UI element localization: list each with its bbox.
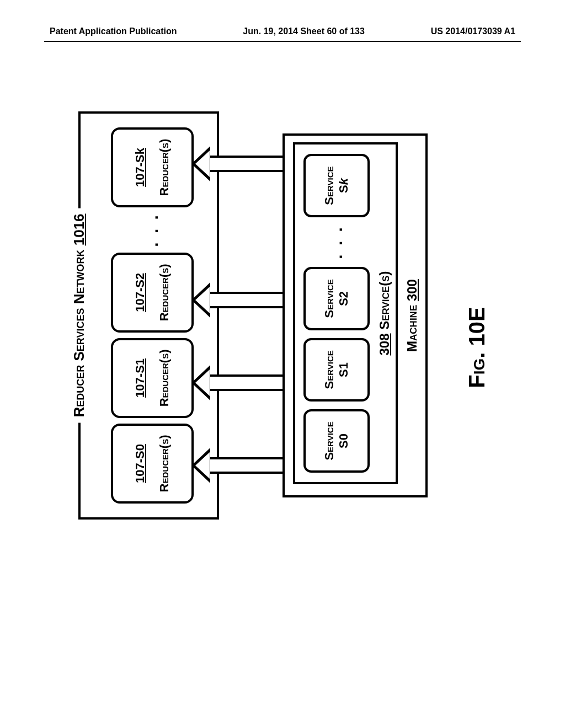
service-label-sk: Service <box>322 166 337 205</box>
arrow-s2 <box>208 292 294 308</box>
header-right: US 2014/0173039 A1 <box>431 26 515 36</box>
service-label-s0: Service <box>322 421 337 460</box>
header-rule <box>44 41 521 42</box>
services-label: 308 Service(s) <box>377 271 392 355</box>
service-id-s2: S2 <box>337 291 351 306</box>
service-label-s2: Service <box>322 279 337 318</box>
service-box-s0: Service S0 <box>303 409 370 473</box>
service-id-sk: Sk <box>337 178 351 193</box>
service-box-s1: Service S1 <box>303 338 370 402</box>
reducer-network-title: Reducer Services Network 1016 <box>71 208 88 422</box>
network-title-num: 1016 <box>71 213 87 245</box>
reducer-row: 107-S0 Reducer(s) 107-S1 Reducer(s) 107-… <box>111 114 194 517</box>
service-row: Service S0 Service S1 Service S2 . . . S… <box>303 144 370 482</box>
reducer-label-s0: Reducer(s) <box>157 435 172 493</box>
services-label-text: Service(s) <box>377 271 392 329</box>
reducer-label-s1: Reducer(s) <box>157 349 172 406</box>
page-header: Patent Application Publication Jun. 19, … <box>0 26 565 36</box>
service-id-s1: S1 <box>337 362 351 377</box>
services-box: Service S0 Service S1 Service S2 . . . S… <box>293 142 398 484</box>
reducer-box-s1: 107-S1 Reducer(s) <box>111 338 194 418</box>
reducer-label-s2: Reducer(s) <box>157 264 172 321</box>
reducer-box-sk: 107-Sk Reducer(s) <box>111 127 194 207</box>
service-box-s2: Service S2 <box>303 267 370 330</box>
service-ellipsis: . . . <box>327 225 346 259</box>
header-left: Patent Application Publication <box>50 26 177 36</box>
network-title-text: Reducer Services Network <box>71 250 87 417</box>
figure-label: Fig. 10E <box>465 307 489 388</box>
reducer-ref-sk: 107-Sk <box>133 148 147 187</box>
reducer-box-s2: 107-S2 Reducer(s) <box>111 253 194 333</box>
reducer-ellipsis: . . . <box>143 213 162 247</box>
machine-label: Machine 300 <box>404 279 420 352</box>
service-box-sk: Service Sk <box>303 154 370 217</box>
arrow-sk <box>208 156 294 172</box>
service-id-s0: S0 <box>337 433 351 448</box>
reducer-ref-s1: 107-S1 <box>133 358 147 398</box>
header-center: Jun. 19, 2014 Sheet 60 of 133 <box>243 26 365 36</box>
machine-label-num: 300 <box>404 279 419 301</box>
machine-label-text: Machine <box>404 305 419 352</box>
reducer-label-sk: Reducer(s) <box>157 139 172 196</box>
services-label-num: 308 <box>377 333 392 355</box>
reducer-box-s0: 107-S0 Reducer(s) <box>111 424 194 504</box>
reducer-ref-s0: 107-S0 <box>133 444 147 483</box>
service-label-s1: Service <box>322 350 337 389</box>
figure-diagram: Reducer Services Network 1016 107-S0 Red… <box>78 175 487 520</box>
reducer-ref-s2: 107-S2 <box>133 273 147 312</box>
arrow-s1 <box>208 374 294 391</box>
arrow-s0 <box>208 457 294 474</box>
machine-box: Service S0 Service S1 Service S2 . . . S… <box>282 133 428 497</box>
